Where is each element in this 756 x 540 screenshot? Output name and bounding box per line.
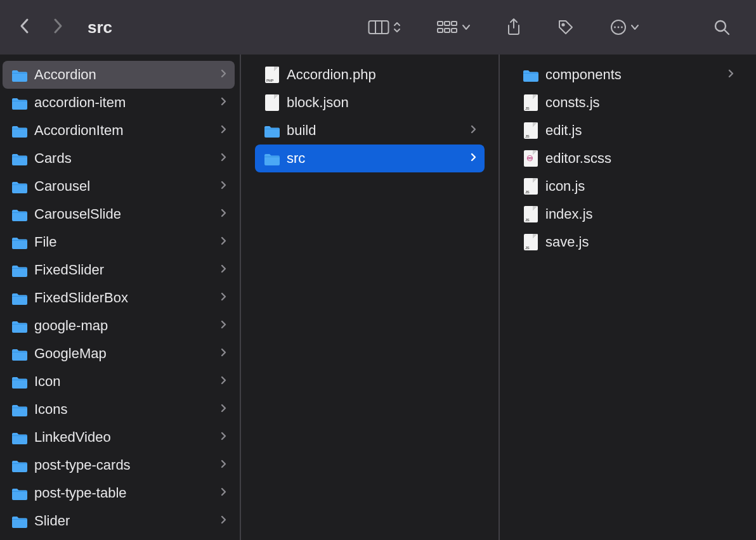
group-button[interactable] xyxy=(431,16,476,39)
toolbar: src xyxy=(0,0,756,55)
chevron-right-icon xyxy=(221,236,226,248)
list-item[interactable]: block.json xyxy=(255,89,485,117)
list-item[interactable]: Accordion xyxy=(3,61,235,89)
list-item[interactable]: FixedSlider xyxy=(3,256,235,284)
item-label: Accordion xyxy=(34,67,218,83)
item-label: save.js xyxy=(545,234,726,250)
folder-icon xyxy=(11,292,28,304)
file-icon: JS xyxy=(524,122,538,139)
search-button[interactable] xyxy=(708,15,736,40)
folder-icon xyxy=(11,487,28,499)
list-item[interactable]: JSicon.js xyxy=(514,172,742,200)
column-3[interactable]: components JSconsts.jsJSedit.js♾editor.s… xyxy=(500,55,756,540)
item-label: src xyxy=(287,150,468,167)
column-1[interactable]: Accordion accordion-item AccordionItem C… xyxy=(0,55,241,540)
chevron-right-icon xyxy=(221,181,226,192)
column-2[interactable]: PHPAccordion.phpblock.json build src xyxy=(241,55,500,540)
chevron-right-icon xyxy=(728,69,734,80)
svg-rect-7 xyxy=(445,29,450,32)
list-item[interactable]: JSconsts.js xyxy=(514,89,742,117)
chevron-right-icon xyxy=(221,515,226,527)
folder-icon xyxy=(11,347,28,360)
chevron-right-icon xyxy=(221,432,226,443)
list-item[interactable]: FixedSliderBox xyxy=(3,284,235,312)
list-item[interactable]: post-type-cards xyxy=(3,451,235,479)
folder-icon xyxy=(11,236,28,248)
list-item[interactable]: File xyxy=(3,228,235,256)
item-label: post-type-cards xyxy=(34,457,218,473)
svg-rect-4 xyxy=(445,22,450,25)
item-label: accordion-item xyxy=(34,94,218,111)
svg-rect-0 xyxy=(369,21,389,34)
chevron-right-icon xyxy=(221,69,226,80)
chevron-right-icon xyxy=(221,292,226,304)
back-button[interactable] xyxy=(19,17,30,37)
list-item[interactable]: Icon xyxy=(3,368,235,395)
tags-button[interactable] xyxy=(552,15,580,40)
folder-icon xyxy=(11,124,28,137)
list-item[interactable]: google-map xyxy=(3,312,235,340)
list-item[interactable]: Carousel xyxy=(3,172,235,200)
svg-line-15 xyxy=(724,30,729,34)
chevron-right-icon xyxy=(471,125,476,136)
updown-icon xyxy=(393,21,401,34)
item-label: LinkedVideo xyxy=(34,429,218,446)
toolbar-controls xyxy=(363,14,736,41)
folder-icon xyxy=(11,459,28,472)
chevron-right-icon xyxy=(221,264,226,276)
list-item[interactable]: CarouselSlide xyxy=(3,200,235,228)
svg-point-13 xyxy=(621,27,623,29)
actions-button[interactable] xyxy=(605,15,644,39)
view-columns-button[interactable] xyxy=(363,16,406,39)
list-item[interactable]: ♾editor.scss xyxy=(514,145,742,172)
list-item[interactable]: GoogleMap xyxy=(3,340,235,368)
list-item[interactable]: Slider xyxy=(3,507,235,535)
window-title: src xyxy=(88,18,112,37)
folder-icon xyxy=(11,375,28,388)
chevron-right-icon xyxy=(221,125,226,136)
item-label: build xyxy=(287,122,468,139)
svg-point-12 xyxy=(618,27,620,29)
list-item[interactable]: accordion-item xyxy=(3,89,235,117)
list-item[interactable]: JSedit.js xyxy=(514,117,742,145)
folder-icon xyxy=(11,96,28,109)
item-label: google-map xyxy=(34,318,218,334)
chevron-right-icon xyxy=(221,487,226,499)
chevron-down-icon xyxy=(462,24,471,30)
list-item[interactable]: components xyxy=(514,61,742,89)
folder-icon xyxy=(11,431,28,444)
nav-arrows xyxy=(11,17,63,37)
share-button[interactable] xyxy=(501,14,526,41)
file-icon: JS xyxy=(524,178,538,195)
chevron-right-icon xyxy=(221,460,226,471)
list-item[interactable]: JSsave.js xyxy=(514,228,742,256)
chevron-down-icon xyxy=(630,24,639,30)
forward-button[interactable] xyxy=(52,17,63,37)
item-label: components xyxy=(545,67,726,83)
svg-point-11 xyxy=(614,27,616,29)
item-label: index.js xyxy=(545,206,726,222)
list-item[interactable]: build xyxy=(255,117,485,145)
file-icon: JS xyxy=(524,94,538,111)
list-item[interactable]: Cards xyxy=(3,145,235,172)
item-label: Icons xyxy=(34,401,218,418)
item-label: Carousel xyxy=(34,178,218,195)
folder-icon xyxy=(11,264,28,276)
item-label: Icon xyxy=(34,373,218,390)
svg-rect-6 xyxy=(438,29,443,32)
list-item[interactable]: LinkedVideo xyxy=(3,423,235,451)
item-label: FixedSlider xyxy=(34,262,218,278)
chevron-right-icon xyxy=(221,376,226,387)
file-icon: JS xyxy=(524,234,538,250)
file-icon: ♾ xyxy=(524,150,538,167)
list-item[interactable]: PHPAccordion.php xyxy=(255,61,485,89)
file-icon xyxy=(265,94,279,111)
list-item[interactable]: JSindex.js xyxy=(514,200,742,228)
list-item[interactable]: Icons xyxy=(3,395,235,423)
list-item[interactable]: post-type-table xyxy=(3,479,235,507)
item-label: AccordionItem xyxy=(34,122,218,139)
list-item[interactable]: AccordionItem xyxy=(3,117,235,145)
list-item[interactable]: src xyxy=(255,145,485,172)
item-label: FixedSliderBox xyxy=(34,290,218,306)
item-label: consts.js xyxy=(545,94,726,111)
